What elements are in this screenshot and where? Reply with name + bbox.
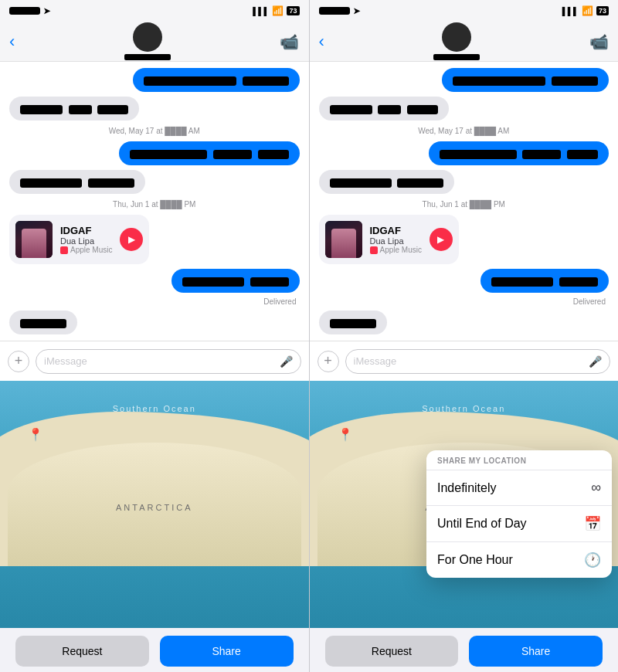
wifi-icon: 📶 bbox=[272, 5, 284, 16]
share-end-of-day-icon: 📅 bbox=[584, 515, 601, 532]
msg-text-redact bbox=[453, 76, 545, 86]
nav-bar-left: ‹ 📹 bbox=[0, 22, 309, 62]
msg-text-redact bbox=[130, 150, 207, 159]
share-button-right[interactable]: Share bbox=[469, 636, 603, 667]
battery-indicator-right: 73 bbox=[596, 6, 609, 15]
music-thumbnail-left bbox=[15, 221, 53, 258]
map-bottom-right: Request Share bbox=[310, 628, 619, 672]
status-bar-left: ➤ ▌▌▌ 📶 73 bbox=[0, 0, 309, 22]
msg-text-redact bbox=[522, 150, 561, 159]
timestamp-1-left: Wed, May 17 at ████ AM bbox=[9, 127, 300, 135]
status-bar-right: ➤ ▌▌▌ 📶 73 bbox=[310, 0, 619, 22]
music-thumb-figure-right bbox=[331, 229, 356, 258]
attach-button-left[interactable]: + bbox=[8, 351, 29, 372]
request-button-right[interactable]: Request bbox=[325, 636, 459, 667]
timestamp-text-2-right: Thu, Jun 1 at ████ PM bbox=[423, 200, 505, 209]
bubble-recv-1-right bbox=[319, 97, 449, 120]
attach-button-right[interactable]: + bbox=[317, 351, 339, 372]
music-card-right[interactable]: IDGAF Dua Lipa Apple Music ▶ bbox=[319, 215, 459, 264]
contact-avatar-left bbox=[133, 22, 162, 52]
msg-text-redact bbox=[88, 178, 134, 188]
bubble-sent-1-left bbox=[133, 68, 300, 92]
message-input-left[interactable]: iMessage 🎤 bbox=[36, 349, 301, 374]
imessage-placeholder-left: iMessage bbox=[44, 355, 87, 367]
msg-text-redact bbox=[397, 178, 443, 188]
music-title-left: IDGAF bbox=[60, 225, 112, 236]
msg-text-redact bbox=[20, 105, 63, 114]
bubble-sent-2-left bbox=[119, 141, 299, 165]
timestamp-text-1-left: Wed, May 17 at ████ AM bbox=[109, 127, 200, 135]
screens-container: ➤ ▌▌▌ 📶 73 ‹ 📹 bbox=[0, 0, 618, 672]
music-artist-left: Dua Lipa bbox=[60, 236, 112, 246]
music-play-button-left[interactable]: ▶ bbox=[120, 228, 143, 251]
music-play-button-right[interactable]: ▶ bbox=[430, 228, 453, 251]
input-bar-left: + iMessage 🎤 bbox=[0, 341, 309, 381]
antarctica-label-left: ANTARCTICA bbox=[116, 503, 192, 512]
timestamp-2-right: Thu, Jun 1 at ████ PM bbox=[319, 200, 610, 209]
mic-icon-left: 🎤 bbox=[280, 355, 293, 368]
signal-icon-right: ▌▌▌ bbox=[562, 7, 579, 15]
share-popup-header: SHARE MY LOCATION bbox=[426, 450, 612, 470]
msg-text-redact bbox=[144, 76, 236, 86]
share-button-left[interactable]: Share bbox=[160, 636, 294, 667]
msg-text-redact bbox=[330, 105, 372, 114]
msg-recv-1-left bbox=[9, 97, 300, 120]
nav-center-right bbox=[433, 22, 480, 60]
signal-icon: ▌▌▌ bbox=[253, 7, 269, 15]
msg-text-redact bbox=[250, 277, 289, 287]
share-one-hour-icon: 🕐 bbox=[584, 552, 601, 568]
msg-text-redact bbox=[440, 150, 517, 159]
wifi-icon-right: 📶 bbox=[582, 5, 593, 16]
nav-center-left bbox=[124, 22, 171, 60]
share-end-of-day-item[interactable]: Until End of Day 📅 bbox=[426, 506, 612, 542]
msg-recv-3-right bbox=[319, 311, 610, 334]
share-indefinitely-item[interactable]: Indefinitely ∞ bbox=[426, 470, 612, 506]
messages-area-right: Wed, May 17 at ████ AM Thu, Jun 1 at █ bbox=[310, 62, 619, 341]
msg-text-redact bbox=[559, 277, 598, 287]
msg-text-redact bbox=[330, 178, 392, 188]
video-call-button-left[interactable]: 📹 bbox=[280, 32, 299, 51]
msg-text-redact bbox=[552, 76, 598, 86]
music-thumb-img-right bbox=[325, 221, 362, 258]
apple-music-icon-left bbox=[60, 246, 68, 254]
bubble-recv-3-right bbox=[319, 311, 387, 334]
contact-avatar-right bbox=[442, 22, 471, 52]
msg-text-redact bbox=[491, 277, 553, 287]
map-pin-left: 📍 bbox=[28, 427, 43, 442]
message-input-right[interactable]: iMessage 🎤 bbox=[345, 349, 611, 374]
bubble-sent-3-right bbox=[480, 269, 609, 293]
msg-sent-2-left bbox=[9, 141, 300, 165]
nav-bar-right: ‹ 📹 bbox=[310, 22, 619, 62]
battery-indicator-left: 73 bbox=[287, 6, 299, 15]
back-button-right[interactable]: ‹ bbox=[319, 32, 324, 52]
carrier-redact bbox=[9, 7, 40, 15]
music-source-right: Apple Music bbox=[370, 246, 422, 254]
bubble-recv-3-left bbox=[9, 311, 77, 334]
map-view-right: Southern Ocean ANTARCTICA 📍 SHARE MY LOC… bbox=[310, 381, 619, 628]
share-one-hour-item[interactable]: For One Hour 🕐 bbox=[426, 542, 612, 578]
delivered-text-left: Delivered bbox=[9, 297, 297, 306]
request-button-left[interactable]: Request bbox=[15, 636, 149, 667]
msg-text-redact bbox=[243, 76, 289, 86]
back-button-left[interactable]: ‹ bbox=[9, 32, 15, 52]
input-bar-right: + iMessage 🎤 bbox=[310, 341, 619, 381]
msg-text-redact bbox=[213, 150, 252, 159]
contact-name-redact-right bbox=[433, 54, 480, 60]
share-one-hour-label: For One Hour bbox=[437, 553, 513, 567]
msg-text-redact bbox=[330, 319, 376, 328]
messages-area-left: Wed, May 17 at ████ AM Thu, Jun 1 at █ bbox=[0, 62, 309, 341]
msg-text-redact bbox=[97, 105, 128, 114]
msg-text-redact bbox=[20, 178, 82, 188]
left-screen: ➤ ▌▌▌ 📶 73 ‹ 📹 bbox=[0, 0, 309, 672]
location-icon: ➤ bbox=[43, 6, 50, 16]
mic-icon-right: 🎤 bbox=[589, 355, 602, 368]
music-thumb-figure-left bbox=[22, 229, 46, 258]
share-indefinitely-label: Indefinitely bbox=[437, 481, 497, 495]
video-call-button-right[interactable]: 📹 bbox=[589, 32, 609, 51]
music-thumb-img-left bbox=[15, 221, 53, 258]
music-source-text-left: Apple Music bbox=[70, 246, 112, 254]
msg-sent-3-right bbox=[319, 269, 610, 293]
msg-text-redact bbox=[407, 105, 438, 114]
timestamp-text-1-right: Wed, May 17 at ████ AM bbox=[418, 127, 509, 135]
music-card-left[interactable]: IDGAF Dua Lipa Apple Music ▶ bbox=[9, 215, 149, 264]
